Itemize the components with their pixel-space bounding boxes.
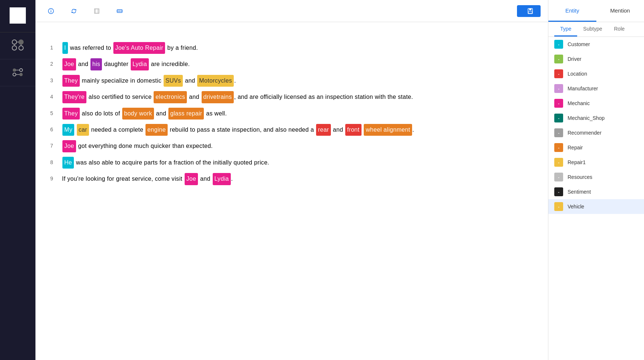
entity-color-mechanic: - [554,99,563,108]
entity-label-customer: Customer [568,41,590,47]
mention-span[interactable]: Joe [62,58,76,70]
text-line: 8He was also able to acquire parts for a… [50,157,533,169]
right-panel: Entity Mention Type Subtype Role -Custom… [548,0,644,360]
subtab-subtype[interactable]: Subtype [577,22,608,37]
concordance-button[interactable] [89,7,103,15]
mention-span[interactable]: Lydia [213,173,231,185]
mention-span[interactable]: body work [122,108,154,120]
line-text: They also do lots of body work and glass… [62,108,533,120]
tab-mention[interactable]: Mention [596,0,644,22]
view-details-button[interactable] [43,7,57,15]
entity-row-recommender[interactable]: -Recommender [548,125,644,140]
text-line: 1I was referred to Joe's Auto Repair by … [50,42,533,54]
text-lines: 1I was referred to Joe's Auto Repair by … [50,42,533,185]
svg-point-8 [20,69,23,72]
mention-span[interactable]: Lydia [131,58,149,70]
entity-label-resources: Resources [568,174,592,180]
text-line: 5They also do lots of body work and glas… [50,108,533,120]
replace-icon [71,8,77,14]
coreference-icon [11,65,24,79]
entity-color-location: - [554,69,563,78]
mention-span[interactable]: glass repair [168,108,204,120]
mention-span[interactable]: I [62,42,68,54]
entity-label-repair: Repair [568,145,583,150]
tab-entity[interactable]: Entity [548,0,596,22]
mention-span[interactable]: They're [62,91,86,103]
svg-point-2 [12,46,17,50]
entity-row-mechanic_shop[interactable]: -Mechanic_Shop [548,111,644,125]
entity-label-sentiment: Sentiment [568,189,591,195]
mention-span[interactable]: Motorcycles [197,75,234,87]
entity-color-repair: - [554,143,563,152]
subtab-type[interactable]: Type [554,22,577,37]
line-text: They mainly specialize in domestic SUVs … [62,75,533,87]
entity-color-repair1: - [554,158,563,167]
svg-point-11 [20,73,23,76]
mention-span[interactable]: car [77,124,89,136]
svg-rect-26 [529,8,531,10]
entity-color-resources: - [554,173,563,181]
svg-point-22 [118,10,119,11]
entity-label-mechanic_shop: Mechanic_Shop [568,115,604,121]
svg-point-10 [13,73,16,76]
toolbar [35,0,548,22]
entity-color-vehicle: - [554,202,563,211]
entity-list: -Customer-Driver-Location-Manufacturer-M… [548,37,644,360]
mention-span[interactable]: drivetrains [202,91,234,103]
entity-row-mechanic[interactable]: -Mechanic [548,96,644,111]
entity-color-recommender: - [554,128,563,137]
entity-row-repair[interactable]: -Repair [548,140,644,155]
text-line: 4They're also certified to service elect… [50,91,533,103]
mention-span[interactable]: Joe's Auto Repair [113,42,165,54]
entity-row-customer[interactable]: -Customer [548,37,644,52]
mention-span[interactable]: electronics [154,91,187,103]
entity-label-manufacturer: Manufacturer [568,86,598,91]
line-text: He was also able to acquire parts for a … [62,157,533,169]
entity-row-location[interactable]: -Location [548,66,644,81]
left-sidebar [0,0,35,360]
mention-span[interactable]: My [62,124,74,136]
line-text: If you're looking for great service, com… [62,173,533,185]
mention-span[interactable]: rear [316,124,331,136]
view-details-icon [48,8,54,14]
line-text: I was referred to Joe's Auto Repair by a… [62,42,533,54]
attribute-view-button[interactable] [112,7,126,15]
mention-span[interactable]: He [62,157,74,169]
replace-button[interactable] [66,7,80,15]
sidebar-item-relation[interactable] [0,32,35,59]
mention-span[interactable]: front [345,124,362,136]
mention-span[interactable]: Joe [62,140,76,152]
relation-icon [11,38,24,52]
save-button[interactable] [517,5,541,17]
entity-row-sentiment[interactable]: -Sentiment [548,184,644,199]
entity-row-repair1[interactable]: -Repair1 [548,155,644,170]
mention-span[interactable]: wheel alignment [364,124,412,136]
entity-row-vehicle[interactable]: -Vehicle [548,199,644,214]
mention-span[interactable]: Joe [185,173,198,185]
right-tabs: Entity Mention [548,0,644,22]
logo-icon [10,7,26,24]
svg-point-7 [13,69,16,72]
mention-span[interactable]: engine [145,124,168,136]
entity-subtabs: Type Subtype Role [548,22,644,37]
mention-span[interactable]: They [62,108,80,120]
entity-row-resources[interactable]: -Resources [548,170,644,184]
mention-span[interactable]: his [90,58,102,70]
entity-label-driver: Driver [568,56,581,62]
mention-span[interactable]: They [62,75,80,87]
line-number: 3 [50,75,62,85]
text-line: 7Joe got everything done much quicker th… [50,140,533,152]
svg-rect-27 [528,11,532,13]
mention-span[interactable]: SUVs [164,75,183,87]
sidebar-item-coreference[interactable] [0,59,35,86]
text-line: 3They mainly specialize in domestic SUVs… [50,75,533,87]
line-number: 5 [50,108,62,118]
entity-row-manufacturer[interactable]: -Manufacturer [548,81,644,96]
attribute-view-icon [117,8,123,14]
entity-row-driver[interactable]: -Driver [548,52,644,66]
line-text: Joe got everything done much quicker tha… [62,140,533,152]
line-number: 9 [50,173,62,183]
svg-point-23 [119,10,120,11]
subtab-role[interactable]: Role [608,22,631,37]
logo-area[interactable] [0,0,35,32]
